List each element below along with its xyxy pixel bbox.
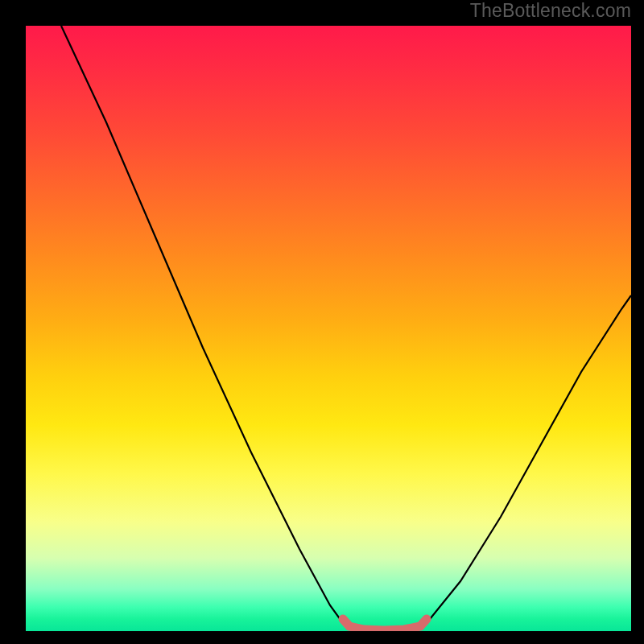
plot-area bbox=[26, 26, 631, 631]
chart-frame: TheBottleneck.com bbox=[0, 0, 644, 644]
watermark-text: TheBottleneck.com bbox=[470, 0, 631, 22]
bottleneck-curve bbox=[61, 26, 631, 630]
trough-marker bbox=[343, 619, 427, 630]
curve-overlay bbox=[26, 26, 631, 631]
